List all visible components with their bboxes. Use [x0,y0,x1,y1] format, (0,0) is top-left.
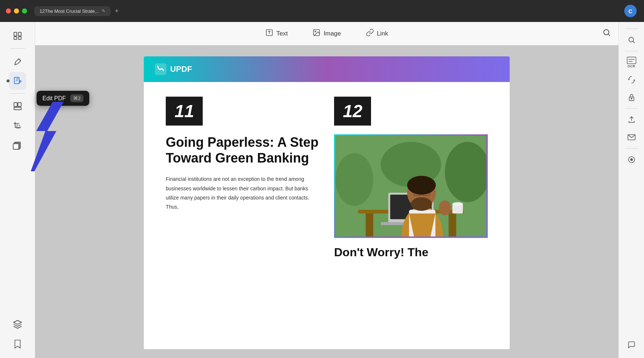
annotation-icon[interactable] [9,52,26,70]
left-sidebar [0,22,35,358]
organize-icon[interactable] [9,97,26,115]
svg-rect-2 [14,37,17,40]
brand-name: UPDF [170,64,192,74]
link-tool[interactable]: Link [361,26,393,41]
updf-logo: UPDF [155,63,192,75]
active-indicator [7,79,10,82]
svg-rect-39 [627,57,636,64]
svg-point-33 [407,176,436,195]
reader-icon[interactable] [9,27,26,45]
svg-point-37 [452,202,463,206]
main-layout: Text Image [0,22,644,358]
svg-point-14 [315,31,316,32]
mail-icon[interactable] [624,129,640,145]
svg-rect-35 [440,201,444,209]
person-image [336,136,486,236]
toolbar: Text Image [35,22,618,45]
svg-point-15 [604,30,609,35]
title-bar: 12The Most Crucial Strate... ✎ + C [0,0,644,22]
link-label: Link [377,30,388,37]
left-section-title: Going Paperless: A Step Toward Green Ban… [166,134,319,166]
left-section-body: Financial institutions are not an except… [166,175,319,212]
svg-point-38 [629,37,633,42]
edit-pdf-tooltip: Edit PDF ⌘2 [37,91,89,106]
avatar[interactable]: C [624,5,637,17]
sidebar-bottom [9,316,26,353]
svg-rect-11 [13,144,19,149]
svg-rect-23 [449,213,456,236]
image-frame [334,134,488,238]
tooltip-label: Edit PDF [42,95,66,102]
right-divider-2 [625,51,638,51]
image-tool[interactable]: Image [307,26,346,41]
crop-icon[interactable] [9,117,26,135]
convert-icon[interactable] [624,72,640,88]
right-sidebar: OCR [618,22,644,358]
search-right-icon[interactable] [624,32,640,48]
svg-point-41 [631,98,632,99]
image-icon [312,29,321,38]
text-label: Text [276,30,288,37]
pdf-header: UPDF [144,56,510,82]
close-button[interactable] [6,8,11,14]
sidebar-divider-1 [10,48,25,49]
svg-point-30 [411,197,432,211]
right-section-subtitle: Don't Worry! The [334,245,488,259]
svg-rect-3 [18,37,21,40]
text-tool[interactable]: Text [260,26,293,41]
traffic-lights [6,8,27,14]
link-icon [366,29,374,38]
pdf-page: UPDF 11 Going Paperless: A Step Toward G… [144,56,510,349]
layers-icon[interactable] [9,137,26,154]
pdf-left-section: 11 Going Paperless: A Step Toward Green … [158,97,327,259]
text-icon [265,29,273,38]
protect-icon[interactable] [624,89,640,105]
comment-icon[interactable] [624,337,640,353]
svg-rect-5 [14,102,17,107]
right-divider-1 [625,29,638,29]
tab-title: 12The Most Crucial Strate... [40,8,99,14]
ocr-label: OCR [628,64,636,68]
right-divider-4 [625,148,638,149]
pdf-right-section: 12 [327,97,495,259]
image-label: Image [323,30,341,37]
sidebar-divider-2 [10,93,25,94]
svg-rect-1 [18,32,21,36]
tab-area: 12The Most Crucial Strate... ✎ + [34,6,119,16]
share-icon[interactable] [624,112,640,128]
svg-rect-7 [14,107,21,110]
content-area: Text Image [35,22,618,358]
stack-icon[interactable] [9,316,26,333]
svg-rect-6 [18,102,21,107]
pdf-viewport[interactable]: UPDF 11 Going Paperless: A Step Toward G… [35,45,618,358]
pdf-content: 11 Going Paperless: A Step Toward Green … [144,82,510,266]
svg-point-19 [336,153,373,206]
section-number-12: 12 [334,97,371,126]
svg-rect-0 [14,32,17,36]
tab[interactable]: 12The Most Crucial Strate... ✎ [34,6,111,16]
tab-add-button[interactable]: + [115,7,119,15]
save-icon[interactable] [624,152,640,168]
search-button[interactable] [602,28,611,39]
minimize-button[interactable] [14,8,19,14]
bookmark-icon[interactable] [9,335,26,353]
tooltip-shortcut: ⌘2 [70,94,83,102]
edit-pdf-icon[interactable] [9,72,26,90]
ocr-button[interactable]: OCR [624,54,640,70]
right-divider-3 [625,108,638,109]
section-number-11: 11 [166,97,203,126]
maximize-button[interactable] [22,8,27,14]
svg-point-44 [630,159,633,161]
svg-rect-22 [366,213,373,236]
tab-edit-icon[interactable]: ✎ [102,8,105,14]
